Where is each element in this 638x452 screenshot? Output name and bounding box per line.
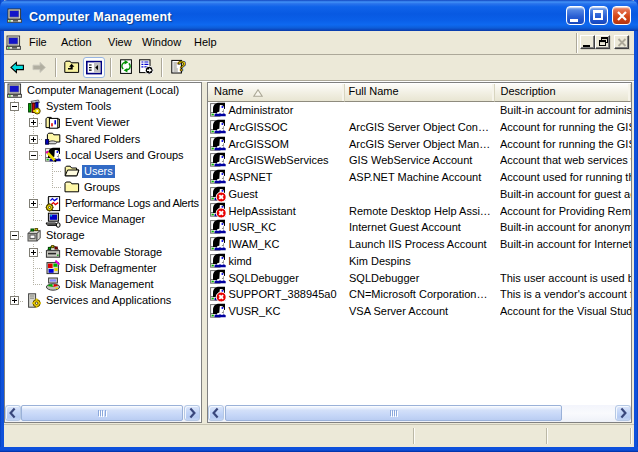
svg-text:?: ?: [177, 59, 186, 74]
